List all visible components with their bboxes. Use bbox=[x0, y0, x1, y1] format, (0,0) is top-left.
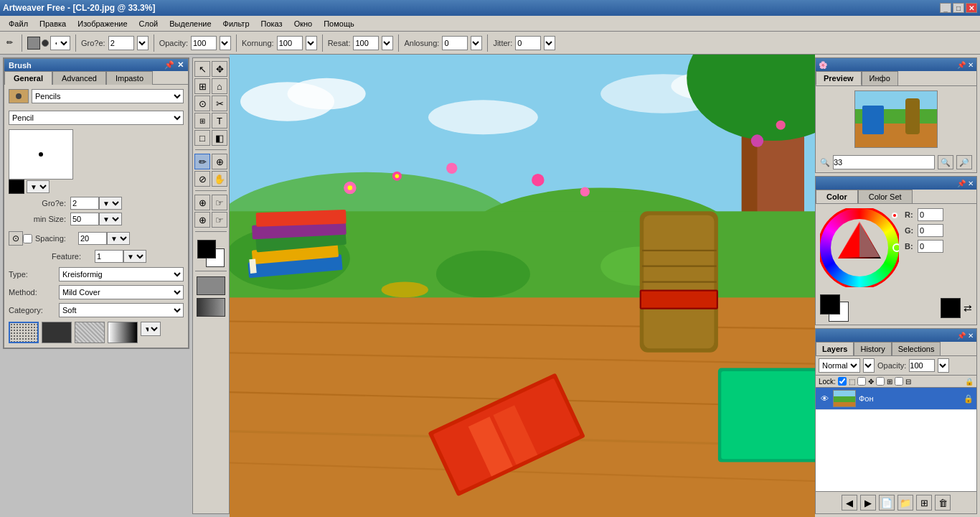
hand-tool[interactable]: ☞ bbox=[212, 195, 227, 210]
spacing-input[interactable] bbox=[78, 232, 107, 245]
tab-info[interactable]: Инфо bbox=[862, 71, 898, 85]
lock-all-checkbox[interactable] bbox=[876, 377, 885, 386]
texture-swatch-1[interactable] bbox=[9, 322, 39, 343]
opacity-arrow[interactable]: ▼ bbox=[938, 358, 949, 373]
brush-color-btn[interactable] bbox=[9, 180, 24, 194]
texture-swatch-4[interactable] bbox=[108, 322, 138, 343]
zoom-out-button[interactable]: 🔍 bbox=[938, 155, 953, 169]
blend-mode-select[interactable]: Normal bbox=[819, 358, 860, 373]
scroll-down-button[interactable]: ▶ bbox=[860, 495, 876, 511]
rect-tool[interactable]: □ bbox=[194, 130, 210, 146]
menu-selection[interactable]: Выделение bbox=[164, 18, 217, 29]
menu-filter[interactable]: Фильтр bbox=[217, 18, 255, 29]
anlosung-select[interactable]: ▼ bbox=[471, 36, 482, 50]
eyedropper-tool[interactable]: ⊘ bbox=[194, 171, 210, 187]
scroll-up-button[interactable]: ◀ bbox=[842, 495, 857, 511]
size-input[interactable] bbox=[108, 36, 134, 50]
canvas-area[interactable] bbox=[230, 55, 815, 517]
menu-help[interactable]: Помощь bbox=[318, 18, 360, 29]
move-tool[interactable]: ✥ bbox=[212, 61, 227, 77]
texture-swatch-2[interactable] bbox=[42, 322, 72, 343]
brush-panel-pin[interactable]: 📌 bbox=[164, 60, 174, 70]
r-input[interactable] bbox=[918, 208, 943, 221]
brush-color-select[interactable]: ▼ bbox=[27, 180, 50, 193]
grid-tool[interactable]: ⊞ bbox=[194, 113, 210, 129]
spacing-checkbox[interactable] bbox=[23, 234, 32, 243]
tab-selections[interactable]: Selections bbox=[892, 342, 941, 355]
b-input[interactable] bbox=[918, 240, 943, 253]
anlosung-input[interactable] bbox=[442, 36, 468, 50]
color-swap-icon[interactable]: ⇄ bbox=[963, 302, 972, 314]
category-select[interactable]: Soft bbox=[59, 303, 184, 317]
pan-tool[interactable]: ⊕ bbox=[194, 212, 210, 228]
brush-tool[interactable]: ✏ bbox=[194, 154, 210, 169]
menu-view[interactable]: Показ bbox=[255, 18, 288, 29]
text-tool[interactable]: T bbox=[212, 113, 227, 129]
zoom-tool[interactable]: ⊕ bbox=[194, 195, 210, 210]
tab-impasto[interactable]: Impasto bbox=[106, 71, 153, 85]
minimize-button[interactable]: _ bbox=[940, 3, 951, 13]
color-picker-current[interactable] bbox=[941, 298, 961, 318]
kornung-input[interactable] bbox=[277, 36, 303, 50]
jitter-select[interactable]: ▼ bbox=[544, 36, 555, 50]
jitter-input[interactable] bbox=[515, 36, 541, 50]
preview-pin-icon[interactable]: 📌 bbox=[957, 61, 966, 69]
layers-close-icon[interactable]: ✕ bbox=[968, 332, 974, 340]
select-tool[interactable]: ↖ bbox=[194, 61, 210, 77]
zoom-in-button[interactable]: 🔎 bbox=[956, 155, 972, 169]
crop-tool[interactable]: ✂ bbox=[212, 96, 227, 111]
tab-preview[interactable]: Preview bbox=[816, 71, 862, 85]
texture-swatch-3[interactable] bbox=[75, 322, 105, 343]
menu-image[interactable]: Изображение bbox=[72, 18, 133, 29]
lasso-tool[interactable]: ⊙ bbox=[194, 96, 210, 111]
opacity-input[interactable] bbox=[909, 359, 935, 372]
preview-close-icon[interactable]: ✕ bbox=[968, 61, 974, 69]
brush-dot-select[interactable]: • bbox=[50, 36, 70, 50]
merge-button[interactable]: ⊞ bbox=[916, 495, 932, 511]
brush-icon[interactable]: ✏ bbox=[3, 34, 17, 52]
clone-tool[interactable]: ⊕ bbox=[212, 154, 227, 169]
navigate-tool[interactable]: ☞ bbox=[212, 212, 227, 228]
opacity-input[interactable] bbox=[191, 36, 217, 50]
layer-item-background[interactable]: 👁 Фон 🔒 bbox=[816, 388, 976, 410]
close-button[interactable]: ✕ bbox=[966, 3, 977, 13]
brush-category-select[interactable]: Pencils bbox=[32, 89, 184, 103]
tab-history[interactable]: History bbox=[854, 342, 891, 355]
brush-sample-small[interactable] bbox=[9, 89, 29, 103]
method-select[interactable]: Mild Cover bbox=[59, 285, 184, 299]
smudge-tool[interactable]: ✋ bbox=[212, 171, 227, 187]
tab-colorset[interactable]: Color Set bbox=[858, 190, 913, 203]
menu-layer[interactable]: Слой bbox=[133, 18, 164, 29]
type-select[interactable]: Kreisformig bbox=[59, 267, 184, 281]
color-wheel-container[interactable] bbox=[820, 208, 899, 287]
opacity-select[interactable]: ▼ bbox=[220, 36, 231, 50]
lock-transparency-checkbox[interactable] bbox=[838, 377, 847, 386]
resat-input[interactable] bbox=[353, 36, 379, 50]
spacing-select[interactable]: ▼ bbox=[107, 232, 130, 245]
size-select[interactable]: ▼ bbox=[137, 36, 149, 50]
g-input[interactable] bbox=[918, 224, 943, 237]
tab-general[interactable]: General bbox=[4, 71, 52, 85]
tab-color[interactable]: Color bbox=[816, 190, 858, 203]
lock-position-checkbox[interactable] bbox=[857, 377, 866, 386]
menu-window[interactable]: Окно bbox=[288, 18, 319, 29]
gradient-swatch[interactable] bbox=[197, 298, 225, 317]
blend-mode-arrow[interactable]: ▼ bbox=[863, 358, 875, 373]
minsize-select[interactable]: ▼ bbox=[99, 213, 122, 225]
foreground-color-swatch[interactable] bbox=[820, 294, 840, 315]
tool-foreground-color[interactable] bbox=[197, 240, 216, 258]
fill-tool[interactable]: ◧ bbox=[212, 130, 227, 146]
warp-tool[interactable]: ⌂ bbox=[212, 78, 227, 94]
resat-select[interactable]: ▼ bbox=[382, 36, 393, 50]
kornung-select[interactable]: ▼ bbox=[306, 36, 317, 50]
color-pin-icon[interactable]: 📌 bbox=[957, 180, 966, 187]
brush-name-select[interactable]: Pencil bbox=[9, 111, 184, 125]
delete-layer-button[interactable]: 🗑 bbox=[935, 495, 951, 511]
tab-layers[interactable]: Layers bbox=[816, 342, 854, 355]
spacing-icon[interactable]: ⊙ bbox=[9, 231, 23, 246]
menu-edit[interactable]: Правка bbox=[34, 18, 72, 29]
new-layer-button[interactable]: 📄 bbox=[879, 495, 895, 511]
pattern-swatch[interactable] bbox=[197, 276, 225, 295]
transform-tool[interactable]: ⊞ bbox=[194, 78, 210, 94]
layer-visibility-toggle[interactable]: 👁 bbox=[819, 393, 830, 404]
